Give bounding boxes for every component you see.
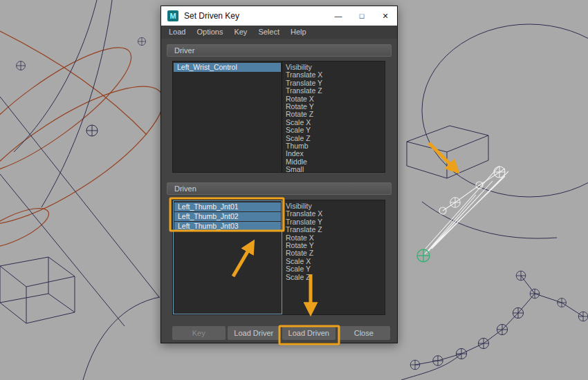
driven-attribute-item[interactable]: Scale Z (286, 274, 385, 281)
window-controls: — □ ✕ (327, 6, 397, 26)
menu-item[interactable]: Select (252, 26, 285, 39)
dialog-button-row: Key Load Driver Load Driven Close (172, 326, 390, 340)
left-skeleton-wireframe (0, 0, 160, 380)
driven-object-list[interactable]: Left_Thumb_Jnt01Left_Thumb_Jnt02Left_Thu… (173, 200, 282, 314)
driven-section-header: Driven (167, 182, 392, 195)
driver-attribute-item[interactable]: Small (286, 166, 385, 173)
driven-lists: Left_Thumb_Jnt01Left_Thumb_Jnt02Left_Thu… (172, 200, 385, 315)
green-control-circle (417, 249, 430, 262)
menu-bar: LoadOptionsKeySelectHelp (161, 26, 397, 39)
menu-item[interactable]: Options (191, 26, 228, 39)
orange-control-wireframe (0, 29, 181, 255)
load-driven-button[interactable]: Load Driven (282, 326, 336, 340)
driven-object-item[interactable]: Left_Thumb_Jnt01 (174, 202, 281, 211)
driver-object-item[interactable]: Left_Wrist_Control (174, 63, 281, 72)
driven-attribute-item[interactable]: Scale Y (286, 265, 385, 273)
hand-control-wireframe (425, 166, 508, 254)
driven-attribute-list[interactable]: VisibilityTranslate XTranslate YTranslat… (282, 200, 385, 314)
right-skeleton-wireframe (401, 24, 588, 380)
window-titlebar[interactable]: M Set Driven Key — □ ✕ (161, 6, 397, 26)
driven-object-item[interactable]: Left_Thumb_Jnt03 (174, 222, 281, 231)
driver-attribute-list[interactable]: VisibilityTranslate XTranslate YTranslat… (282, 61, 385, 172)
menu-item[interactable]: Key (228, 26, 252, 39)
driver-object-list[interactable]: Left_Wrist_Control (173, 61, 282, 172)
close-button[interactable]: Close (338, 326, 391, 340)
driver-attribute-item[interactable]: Scale Y (286, 126, 385, 134)
menu-item[interactable]: Load (163, 26, 191, 39)
key-button[interactable]: Key (172, 326, 226, 340)
driven-object-item[interactable]: Left_Thumb_Jnt02 (174, 212, 281, 221)
driven-attribute-item[interactable]: Translate Z (286, 226, 385, 234)
window-title: Set Driven Key (184, 11, 239, 21)
driver-section-label: Driver (174, 46, 194, 55)
driver-section-header: Driver (167, 44, 392, 57)
load-driver-button[interactable]: Load Driver (228, 326, 281, 340)
driver-attribute-item[interactable]: Translate Z (286, 87, 385, 95)
maya-icon: M (167, 10, 178, 21)
driven-section-label: Driven (174, 184, 196, 193)
driver-attribute-item[interactable]: Index (286, 150, 385, 158)
maximize-icon[interactable]: □ (350, 6, 374, 26)
close-icon[interactable]: ✕ (374, 6, 397, 26)
menu-item[interactable]: Help (285, 26, 312, 39)
driver-lists: Left_Wrist_Control VisibilityTranslate X… (172, 61, 385, 173)
set-driven-key-window: M Set Driven Key — □ ✕ LoadOptionsKeySel… (160, 6, 398, 343)
desktop: { "colors": { "selection_highlight": "#4… (0, 0, 588, 380)
minimize-icon[interactable]: — (327, 6, 350, 26)
